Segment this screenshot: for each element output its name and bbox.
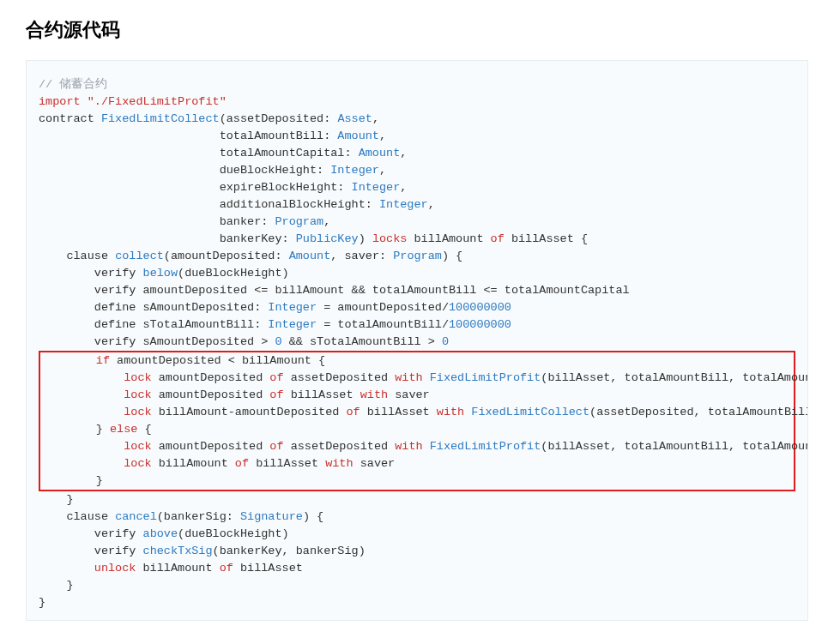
code-block[interactable]: // 储蓄合约import "./FixedLimitProfit"contra… <box>26 60 808 621</box>
code-line: unlock billAmount of billAsset <box>39 560 795 577</box>
code-line: import "./FixedLimitProfit" <box>39 93 795 111</box>
code-scroll: // 储蓄合约import "./FixedLimitProfit"contra… <box>39 76 795 611</box>
code-line: bankerKey: PublicKey) locks billAmount o… <box>39 231 795 248</box>
code-line: } <box>39 491 795 509</box>
code-line: verify below(dueBlockHeight) <box>39 265 795 282</box>
code-line: } <box>40 472 794 490</box>
code-line: lock billAmount-amountDeposited of billA… <box>40 404 794 421</box>
code-line: define sAmountDeposited: Integer = amoun… <box>39 299 795 316</box>
code-line: define sTotalAmountBill: Integer = total… <box>39 316 795 334</box>
code-line: lock amountDeposited of assetDeposited w… <box>40 370 794 387</box>
code-line: totalAmountBill: Amount, <box>39 128 795 145</box>
code-line: additionalBlockHeight: Integer, <box>39 196 795 214</box>
code-line: clause cancel(bankerSig: Signature) { <box>39 509 795 526</box>
code-line: } else { <box>40 421 794 438</box>
code-line: banker: Program, <box>39 214 795 231</box>
code-line: contract FixedLimitCollect(assetDeposite… <box>39 111 795 128</box>
code-line: if amountDeposited < billAmount { <box>40 352 794 370</box>
code-line: totalAmountCapital: Amount, <box>39 145 795 162</box>
code-line: verify above(dueBlockHeight) <box>39 526 795 543</box>
code-line: dueBlockHeight: Integer, <box>39 162 795 179</box>
highlighted-code-region: if amountDeposited < billAmount { lock a… <box>39 351 795 491</box>
code-line: } <box>39 594 795 611</box>
code-line: lock amountDeposited of billAsset with s… <box>40 387 794 404</box>
code-line: expireBlockHeight: Integer, <box>39 179 795 196</box>
code-line: lock amountDeposited of assetDeposited w… <box>40 438 794 455</box>
code-line: verify amountDeposited <= billAmount && … <box>39 282 795 299</box>
page-title: 合约源代码 <box>26 17 808 43</box>
code-lines-before-highlight: // 储蓄合约import "./FixedLimitProfit"contra… <box>39 76 795 351</box>
code-line: verify sAmountDeposited > 0 && sTotalAmo… <box>39 334 795 351</box>
code-lines-after-highlight: } clause cancel(bankerSig: Signature) { … <box>39 491 795 611</box>
code-line: clause collect(amountDeposited: Amount, … <box>39 248 795 265</box>
code-line: verify checkTxSig(bankerKey, bankerSig) <box>39 543 795 560</box>
code-line: // 储蓄合约 <box>39 76 795 93</box>
code-line: lock billAmount of billAsset with saver <box>40 455 794 472</box>
code-line: } <box>39 577 795 594</box>
